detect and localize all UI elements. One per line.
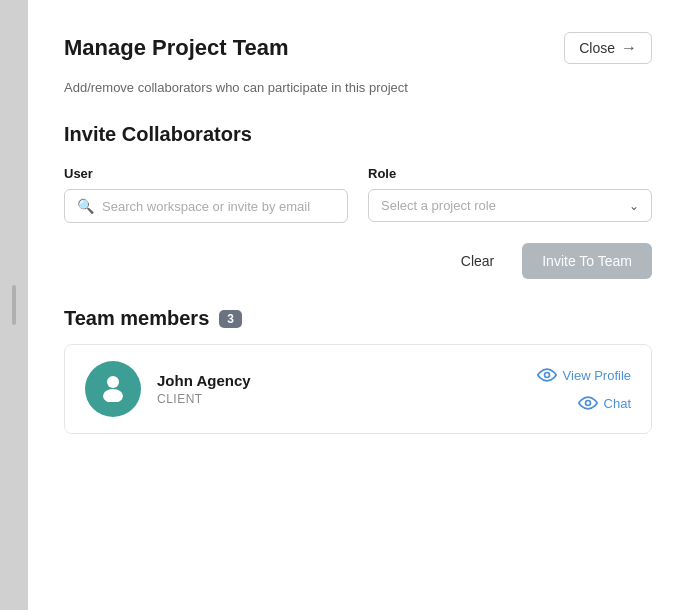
clear-button[interactable]: Clear: [445, 245, 510, 277]
user-form-group: User 🔍: [64, 166, 348, 223]
svg-point-1: [103, 389, 123, 402]
sidebar-strip: [0, 0, 28, 610]
avatar-icon: [97, 370, 129, 409]
action-row: Clear Invite To Team: [64, 243, 652, 279]
modal-subtitle: Add/remove collaborators who can partici…: [64, 80, 652, 95]
modal-wrapper: Manage Project Team Close → Add/remove c…: [0, 0, 688, 610]
invite-section-title: Invite Collaborators: [64, 123, 652, 146]
role-select[interactable]: Select a project role ⌄: [368, 189, 652, 222]
avatar: [85, 361, 141, 417]
svg-point-0: [107, 376, 119, 388]
chat-label: Chat: [604, 396, 631, 411]
search-input[interactable]: [102, 199, 335, 214]
member-name: John Agency: [157, 372, 521, 389]
close-button[interactable]: Close →: [564, 32, 652, 64]
modal-panel: Manage Project Team Close → Add/remove c…: [28, 0, 688, 610]
chat-link[interactable]: Chat: [578, 393, 631, 413]
members-count-badge: 3: [219, 310, 242, 328]
member-card: John Agency CLIENT View Profile: [65, 345, 651, 433]
team-members-header: Team members 3: [64, 307, 652, 330]
role-placeholder: Select a project role: [381, 198, 496, 213]
member-actions: View Profile Chat: [537, 365, 631, 413]
user-label: User: [64, 166, 348, 181]
close-button-label: Close: [579, 40, 615, 56]
svg-point-3: [585, 401, 590, 406]
chat-eye-icon: [578, 393, 598, 413]
members-list: John Agency CLIENT View Profile: [64, 344, 652, 434]
modal-header: Manage Project Team Close →: [64, 32, 652, 64]
role-label: Role: [368, 166, 652, 181]
svg-point-2: [544, 373, 549, 378]
view-profile-label: View Profile: [563, 368, 631, 383]
search-input-wrapper[interactable]: 🔍: [64, 189, 348, 223]
member-info: John Agency CLIENT: [157, 372, 521, 406]
member-role: CLIENT: [157, 392, 521, 406]
chevron-down-icon: ⌄: [629, 199, 639, 213]
role-form-group: Role Select a project role ⌄: [368, 166, 652, 222]
team-members-title: Team members: [64, 307, 209, 330]
close-arrow-icon: →: [621, 39, 637, 57]
form-row: User 🔍 Role Select a project role ⌄: [64, 166, 652, 223]
view-profile-link[interactable]: View Profile: [537, 365, 631, 385]
modal-title: Manage Project Team: [64, 35, 289, 61]
search-icon: 🔍: [77, 198, 94, 214]
eye-icon: [537, 365, 557, 385]
sidebar-handle: [12, 285, 16, 325]
invite-to-team-button[interactable]: Invite To Team: [522, 243, 652, 279]
